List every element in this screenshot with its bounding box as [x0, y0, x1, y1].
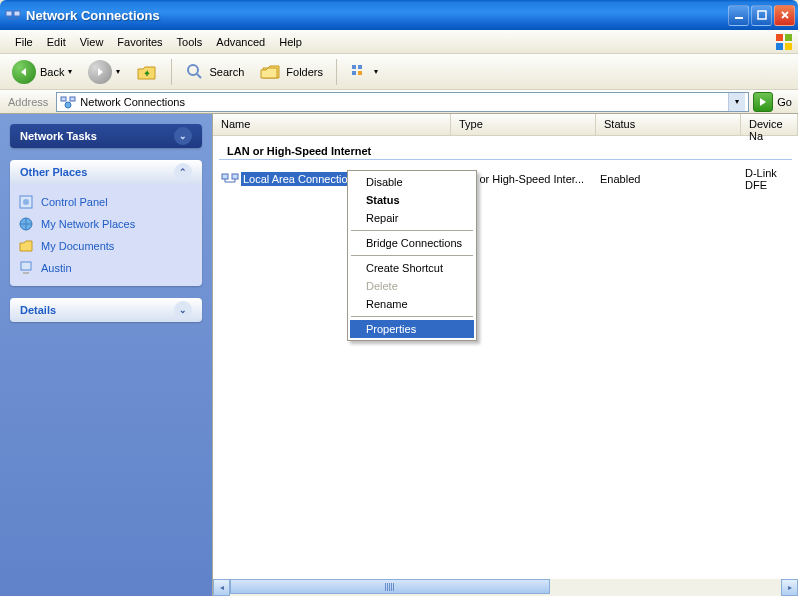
- folders-button[interactable]: Folders: [254, 58, 329, 86]
- menu-advanced[interactable]: Advanced: [209, 33, 272, 51]
- network-adapter-icon: [221, 171, 239, 187]
- minimize-button[interactable]: [728, 5, 749, 26]
- svg-rect-19: [21, 262, 31, 270]
- forward-button[interactable]: ▾: [82, 56, 126, 88]
- column-headers: Name Type Status Device Na: [213, 114, 798, 136]
- menu-help[interactable]: Help: [272, 33, 309, 51]
- svg-rect-13: [61, 97, 66, 101]
- toolbar: Back ▾ ▾ Search Folders ▾: [0, 54, 798, 90]
- menu-favorites[interactable]: Favorites: [110, 33, 169, 51]
- svg-rect-6: [776, 43, 783, 50]
- scroll-left-button[interactable]: ◂: [213, 579, 230, 596]
- address-input[interactable]: Network Connections ▾: [56, 92, 749, 112]
- svg-rect-11: [352, 71, 356, 75]
- svg-rect-7: [785, 43, 792, 50]
- panel-header[interactable]: Details ⌄: [10, 298, 202, 322]
- scrollbar-thumb[interactable]: [230, 579, 550, 594]
- folder-up-icon: [136, 62, 158, 82]
- chevron-down-icon: ▾: [68, 67, 72, 76]
- scroll-right-button[interactable]: ▸: [781, 579, 798, 596]
- sidebar-link-my-documents[interactable]: My Documents: [18, 238, 194, 254]
- connection-status: Enabled: [600, 173, 745, 185]
- up-button[interactable]: [130, 58, 164, 86]
- menu-item-disable[interactable]: Disable: [350, 173, 474, 191]
- sidebar: Network Tasks ⌄ Other Places ⌃ Control P…: [0, 114, 212, 596]
- forward-arrow-icon: [88, 60, 112, 84]
- menu-item-rename[interactable]: Rename: [350, 295, 474, 313]
- sidebar-link-network-places[interactable]: My Network Places: [18, 216, 194, 232]
- column-name[interactable]: Name: [213, 114, 451, 135]
- back-arrow-icon: [12, 60, 36, 84]
- svg-rect-22: [232, 174, 238, 179]
- panel-title: Details: [20, 304, 56, 316]
- sidebar-link-computer[interactable]: Austin: [18, 260, 194, 276]
- link-label: My Documents: [41, 240, 114, 252]
- link-label: My Network Places: [41, 218, 135, 230]
- svg-rect-2: [735, 17, 743, 19]
- back-button[interactable]: Back ▾: [6, 56, 78, 88]
- menu-separator: [351, 230, 473, 231]
- svg-point-15: [65, 102, 71, 108]
- go-label: Go: [777, 96, 794, 108]
- window-buttons: [728, 5, 795, 26]
- menu-tools[interactable]: Tools: [170, 33, 210, 51]
- views-icon: [350, 63, 370, 81]
- windows-flag-icon: [774, 32, 794, 52]
- scrollbar-track[interactable]: [230, 579, 781, 596]
- search-icon: [185, 62, 205, 82]
- separator: [171, 59, 172, 85]
- panel-title: Network Tasks: [20, 130, 97, 142]
- svg-rect-12: [358, 71, 362, 75]
- go-button[interactable]: [753, 92, 773, 112]
- horizontal-scrollbar[interactable]: ◂ ▸: [213, 579, 798, 596]
- context-menu: Disable Status Repair Bridge Connections…: [347, 170, 477, 341]
- menu-item-properties[interactable]: Properties: [350, 320, 474, 338]
- svg-rect-5: [785, 34, 792, 41]
- separator: [336, 59, 337, 85]
- column-type[interactable]: Type: [451, 114, 596, 135]
- chevron-down-icon: ▾: [374, 67, 378, 76]
- menu-item-repair[interactable]: Repair: [350, 209, 474, 227]
- panel-header[interactable]: Network Tasks ⌄: [10, 124, 202, 148]
- panel-other-places: Other Places ⌃ Control Panel My Network …: [10, 160, 202, 286]
- control-panel-icon: [18, 194, 34, 210]
- sidebar-link-control-panel[interactable]: Control Panel: [18, 194, 194, 210]
- menu-item-status[interactable]: Status: [350, 191, 474, 209]
- folders-label: Folders: [286, 66, 323, 78]
- menubar: File Edit View Favorites Tools Advanced …: [0, 30, 798, 54]
- panel-details: Details ⌄: [10, 298, 202, 322]
- panel-header[interactable]: Other Places ⌃: [10, 160, 202, 184]
- menu-item-bridge[interactable]: Bridge Connections: [350, 234, 474, 252]
- menu-separator: [351, 255, 473, 256]
- svg-rect-4: [776, 34, 783, 41]
- search-button[interactable]: Search: [179, 58, 250, 86]
- menu-view[interactable]: View: [73, 33, 111, 51]
- chevron-down-icon: ⌄: [174, 127, 192, 145]
- list-item[interactable]: Local Area Connection LAN or High-Speed …: [213, 166, 798, 192]
- connection-device: D-Link DFE: [745, 167, 790, 191]
- chevron-down-icon: ▾: [116, 67, 120, 76]
- computer-icon: [18, 260, 34, 276]
- column-status[interactable]: Status: [596, 114, 741, 135]
- views-button[interactable]: ▾: [344, 59, 384, 85]
- menu-item-delete: Delete: [350, 277, 474, 295]
- svg-rect-3: [758, 11, 766, 19]
- svg-point-8: [188, 65, 198, 75]
- network-connections-icon: [5, 7, 21, 23]
- svg-rect-20: [23, 272, 29, 274]
- address-value: Network Connections: [80, 96, 185, 108]
- maximize-button[interactable]: [751, 5, 772, 26]
- network-connections-icon: [60, 94, 76, 110]
- window-title: Network Connections: [26, 8, 728, 23]
- panel-network-tasks: Network Tasks ⌄: [10, 124, 202, 148]
- link-label: Control Panel: [41, 196, 108, 208]
- column-device[interactable]: Device Na: [741, 114, 798, 135]
- menu-file[interactable]: File: [8, 33, 40, 51]
- address-dropdown-button[interactable]: ▾: [728, 93, 745, 111]
- close-button[interactable]: [774, 5, 795, 26]
- svg-rect-1: [14, 11, 20, 16]
- menu-item-create-shortcut[interactable]: Create Shortcut: [350, 259, 474, 277]
- group-title: LAN or High-Speed Internet: [219, 140, 792, 160]
- chevron-up-icon: ⌃: [174, 163, 192, 181]
- menu-edit[interactable]: Edit: [40, 33, 73, 51]
